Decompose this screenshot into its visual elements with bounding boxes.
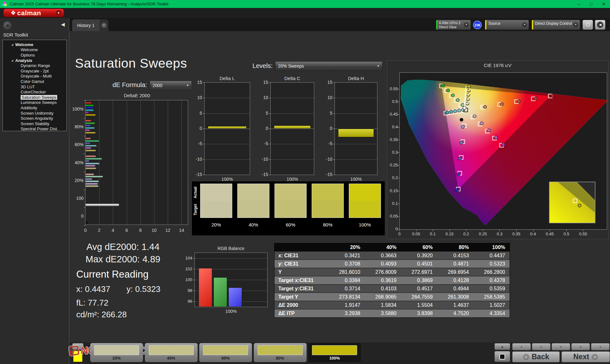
measured-marker bbox=[442, 84, 445, 87]
page-title: Saturation Sweeps bbox=[75, 56, 187, 71]
measured-marker bbox=[502, 143, 505, 146]
rgb-bar-green bbox=[214, 277, 227, 307]
actual-patch bbox=[238, 184, 269, 201]
patch-label: 20% bbox=[90, 356, 143, 361]
y-tick-label: 0 bbox=[258, 126, 268, 131]
x-tick-label: 10 bbox=[149, 228, 159, 233]
levels-dropdown[interactable]: 20% Sweeps ▼ bbox=[275, 61, 383, 71]
gridline bbox=[335, 98, 377, 98]
y-tick-label: -5 bbox=[192, 141, 202, 146]
measured-marker bbox=[461, 103, 464, 106]
tree-item-additivity[interactable]: Additivity bbox=[3, 105, 66, 111]
panel-collapse-button[interactable]: ◀ bbox=[595, 20, 606, 30]
expand-controls-button[interactable]: ▲ bbox=[494, 343, 510, 350]
value-cell: 0.4103 bbox=[365, 285, 402, 293]
y-group-label: 40% bbox=[69, 160, 84, 165]
next-button[interactable]: Next » bbox=[561, 351, 610, 362]
y-tick-label: 0 bbox=[387, 226, 398, 231]
stop-button[interactable] bbox=[494, 351, 510, 362]
value-cell: 0.4437 bbox=[474, 252, 510, 260]
de-formula-dropdown[interactable]: 2000 ▼ bbox=[150, 81, 192, 90]
tree-item-saturation-sweeps[interactable]: Saturation Sweeps bbox=[3, 95, 66, 100]
tree-item-colorchecker[interactable]: ColorChecker bbox=[3, 90, 66, 95]
patch-swatch bbox=[258, 345, 303, 355]
expand-patches-button[interactable]: ▲ bbox=[72, 343, 84, 350]
tree-item-options[interactable]: Options bbox=[3, 53, 66, 58]
record-indicator-button[interactable] bbox=[3, 21, 11, 30]
bottom-toolbar-icon-button-1[interactable]: ● bbox=[512, 343, 531, 350]
minimize-button[interactable]: – bbox=[578, 2, 580, 7]
bottom-toolbar-icon-button-3[interactable]: ● bbox=[552, 343, 570, 350]
de-bar-magenta bbox=[85, 165, 95, 167]
value-cell: 0.3708 bbox=[329, 260, 365, 268]
tree-item-screen-stability[interactable]: Screen Stability bbox=[3, 121, 66, 127]
chevron-down-icon: ▼ bbox=[522, 22, 527, 27]
patch-button-20%[interactable]: 20% bbox=[90, 343, 143, 362]
bottom-toolbar-icon-button-2[interactable]: ● bbox=[532, 343, 551, 350]
tree-item-color-gamut[interactable]: Color Gamut bbox=[3, 79, 66, 84]
next-label: Next bbox=[573, 353, 589, 361]
tree-item-luminance-sweeps[interactable]: Luminance Sweeps bbox=[3, 100, 66, 105]
deltaH-bar bbox=[338, 129, 374, 137]
chevron-down-icon: ▼ bbox=[464, 22, 469, 27]
tree-group-analysis[interactable]: Analysis bbox=[3, 58, 66, 63]
gridline bbox=[271, 129, 314, 129]
tree-item-dynamic-range[interactable]: Dynamic Range bbox=[3, 63, 66, 69]
maximize-button[interactable]: □ bbox=[590, 2, 592, 7]
tree-group-welcome[interactable]: Welcome bbox=[3, 42, 66, 47]
collapse-left-icon: ◀ bbox=[597, 22, 603, 28]
table-header-cell: 20% bbox=[329, 243, 365, 251]
x-axis-label: 100% bbox=[335, 177, 377, 182]
tab-history-1[interactable]: History 1 bbox=[72, 19, 99, 31]
table-row: Target Y273.8134268.9065264.7559261.3008… bbox=[274, 293, 510, 301]
levels-value: 20% Sweeps bbox=[278, 64, 304, 69]
measured-marker bbox=[480, 122, 483, 125]
add-tab-button[interactable]: + bbox=[99, 19, 108, 31]
table-header-row: 20%40%60%80%100% bbox=[274, 243, 510, 252]
tree-item-screen-uniformity[interactable]: Screen Uniformity bbox=[3, 111, 66, 116]
de-bar-level-100 bbox=[85, 204, 119, 206]
tree-item-grayscale-multi[interactable]: Grayscale - Multi bbox=[3, 74, 66, 79]
display-control-dropdown[interactable]: Direct Display Control ▼ bbox=[532, 20, 580, 30]
tree-item-welcome[interactable]: Welcome bbox=[3, 47, 66, 53]
meter-dropdown[interactable]: X-Rite i1Pro 2 Direct View ▼ bbox=[436, 20, 471, 30]
x-tick-label: 0.25 bbox=[477, 232, 489, 236]
tree-expander-icon[interactable] bbox=[11, 59, 13, 62]
y-tick-label: 0 bbox=[192, 126, 202, 131]
meter-count-badge[interactable]: 236 bbox=[473, 21, 482, 29]
y-tick-label: -10 bbox=[322, 157, 332, 162]
y-tick-label: 102 bbox=[183, 266, 192, 271]
actual-patch bbox=[275, 184, 306, 201]
patch-button-40%[interactable]: 40% bbox=[145, 343, 198, 362]
settings-button[interactable]: ⚙ bbox=[582, 20, 593, 30]
tree-item-3d-lut[interactable]: 3D LUT bbox=[3, 84, 66, 90]
tree-item-grayscale-2pt[interactable]: Grayscale - 2pt bbox=[3, 69, 66, 74]
bottom-toolbar-icon-button-5[interactable]: ● bbox=[591, 343, 610, 350]
tree-item-screen-angularity[interactable]: Screen Angularity bbox=[3, 116, 66, 121]
measurement-table: 20%40%60%80%100%x: CIE310.34210.36630.39… bbox=[274, 243, 510, 317]
row-label-cell: ΔE 2000 bbox=[274, 301, 329, 309]
tree-item-spectral-power-dist-[interactable]: Spectral Power Dist. bbox=[3, 126, 66, 131]
measured-marker bbox=[446, 89, 450, 92]
bottom-toolbar-icon-button-4[interactable]: ● bbox=[571, 343, 590, 350]
measured-marker bbox=[461, 125, 464, 128]
y-tick bbox=[84, 190, 85, 190]
x-tick-label: 0.4 bbox=[527, 232, 539, 236]
value-cell: 264.7559 bbox=[402, 293, 438, 301]
tree-expander-icon[interactable] bbox=[11, 44, 13, 46]
patch-button-80%[interactable]: 80% bbox=[254, 343, 307, 362]
meter-status-stripe bbox=[436, 20, 437, 30]
current-x: x: 0.4437 bbox=[76, 284, 110, 294]
x-tick-label: 0.5 bbox=[560, 232, 573, 236]
table-row: ΔE ITP3.29383.58803.83984.75204.3354 bbox=[274, 309, 510, 318]
calman-menu-button[interactable]: ❖ calman ▼ bbox=[3, 9, 64, 17]
source-dropdown[interactable]: Source ▼ bbox=[485, 20, 529, 30]
y-tick bbox=[84, 225, 85, 226]
sidebar-collapse-icon[interactable]: ◀ bbox=[59, 21, 67, 28]
patch-button-100%[interactable]: 100% bbox=[308, 343, 361, 362]
close-button[interactable]: ✕ bbox=[602, 2, 606, 7]
chevron-down-icon[interactable]: ▼ bbox=[56, 10, 61, 16]
back-button[interactable]: « Back bbox=[512, 351, 560, 362]
deltaL-bar bbox=[208, 126, 247, 129]
patch-button-60%[interactable]: 60% bbox=[199, 343, 252, 362]
